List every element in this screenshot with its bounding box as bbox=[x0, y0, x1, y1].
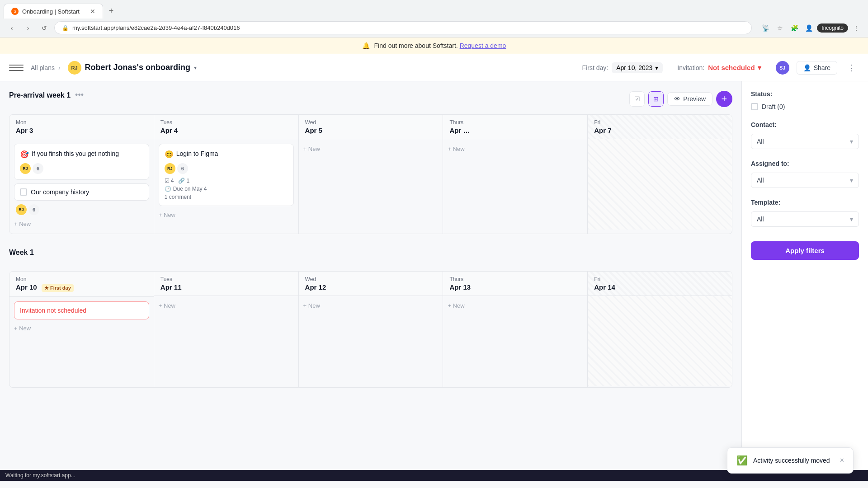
demo-link[interactable]: Request a demo bbox=[460, 42, 506, 49]
new-tab-btn[interactable]: + bbox=[105, 5, 118, 18]
section-title-2: Week 1 bbox=[9, 249, 34, 257]
back-btn[interactable]: ‹ bbox=[5, 22, 18, 34]
incognito-indicator: Incognito bbox=[817, 23, 848, 33]
cal-col-header-wed-apr12: Wed Apr 12 bbox=[299, 272, 443, 296]
preview-label: Preview bbox=[683, 95, 706, 103]
check-view-btn[interactable]: ☑ bbox=[629, 91, 645, 107]
filter-template-value: All bbox=[757, 216, 764, 223]
card-avatars: RJ 6 bbox=[20, 163, 143, 174]
cal-col-thurs-apr6: Thurs Apr … + New bbox=[443, 115, 588, 234]
filter-btn[interactable]: ⊞ bbox=[648, 91, 664, 107]
forward-btn[interactable]: › bbox=[22, 22, 34, 34]
toast-close-btn[interactable]: × bbox=[840, 456, 844, 465]
col-date-apr13: Apr 13 bbox=[449, 283, 581, 291]
add-item-btn[interactable]: + bbox=[716, 91, 732, 107]
cal-col-header-mon-apr10: Mon Apr 10 ★ First day bbox=[9, 272, 154, 297]
share-button[interactable]: 👤 Share bbox=[797, 61, 837, 75]
all-plans-link[interactable]: All plans bbox=[31, 64, 55, 71]
cal-col-header-fri-apr7: Fri Apr 7 bbox=[588, 115, 732, 139]
section-pre-arrival: Pre-arrival week 1 ••• ☑ ⊞ 👁 Preview + bbox=[9, 90, 732, 107]
filter-contact-select[interactable]: All ▾ bbox=[751, 134, 859, 149]
more-options-btn[interactable]: ⋮ bbox=[844, 61, 859, 75]
new-item-wed-apr5[interactable]: + New bbox=[303, 144, 439, 154]
menu-btn[interactable]: ⋮ bbox=[850, 22, 863, 34]
app-header: All plans › RJ Robert Jonas's onboarding… bbox=[0, 54, 868, 81]
filter-template-select[interactable]: All ▾ bbox=[751, 211, 859, 227]
cal-col-header-wed-apr5: Wed Apr 5 bbox=[299, 115, 443, 139]
tasks-count: 4 bbox=[171, 178, 174, 184]
filter-draft-checkbox[interactable] bbox=[751, 103, 758, 110]
card-login-figma[interactable]: 😊 Login to Figma RJ 6 ☑ 4 bbox=[159, 144, 294, 206]
toast-notification: ✅ Activity successfully moved × bbox=[727, 447, 854, 474]
cal-col-header-thurs-apr13: Thurs Apr 13 bbox=[443, 272, 587, 296]
filter-assigned-section: Assigned to: All ▾ bbox=[751, 160, 859, 188]
toast-success-icon: ✅ bbox=[736, 455, 748, 466]
status-text: Waiting for my.softstart.app... bbox=[5, 472, 75, 479]
plan-dropdown-icon[interactable]: ▾ bbox=[194, 65, 197, 71]
section-menu-1[interactable]: ••• bbox=[75, 90, 84, 100]
filter-draft-label: Draft (0) bbox=[762, 103, 785, 110]
extension-btn[interactable]: 🧩 bbox=[788, 22, 801, 34]
cast-btn[interactable]: 📡 bbox=[759, 22, 772, 34]
card-if-you-finish[interactable]: 🎯 If you finsh this you get nothing RJ 6 bbox=[14, 144, 149, 180]
preview-btn[interactable]: 👁 Preview bbox=[667, 92, 712, 106]
new-item-mon-apr10[interactable]: + New bbox=[14, 323, 149, 333]
invitation-not-scheduled-card[interactable]: Invitation not scheduled bbox=[14, 301, 149, 319]
active-tab[interactable]: S Onboarding | Softstart ✕ bbox=[4, 4, 103, 19]
calendar-grid-1: Mon Apr 3 🎯 If you finsh this you get no… bbox=[9, 114, 732, 234]
tab-favicon: S bbox=[11, 8, 19, 15]
cal-col-body-tues-apr11: + New bbox=[154, 296, 298, 386]
banner-emoji: 🔔 bbox=[362, 42, 370, 49]
checkbox[interactable] bbox=[20, 188, 27, 196]
tasks-icon: ☑ bbox=[165, 178, 170, 184]
invitation-area: Invitation: Not scheduled ▾ bbox=[677, 64, 761, 72]
info-banner: 🔔 Find out more about Softstart. Request… bbox=[0, 38, 868, 54]
profile-btn[interactable]: 👤 bbox=[802, 22, 815, 34]
new-item-tues-apr4[interactable]: + New bbox=[159, 210, 294, 220]
filter-assigned-select[interactable]: All ▾ bbox=[751, 173, 859, 188]
main-content: Pre-arrival week 1 ••• ☑ ⊞ 👁 Preview + M… bbox=[0, 81, 868, 470]
calendar-area: Pre-arrival week 1 ••• ☑ ⊞ 👁 Preview + M… bbox=[0, 81, 741, 470]
due-text: Due on May 4 bbox=[173, 186, 207, 192]
tab-close-btn[interactable]: ✕ bbox=[90, 8, 95, 15]
filter-template-label: Template: bbox=[751, 199, 859, 206]
card-figma-title: 😊 Login to Figma bbox=[165, 150, 288, 160]
col-day-wed2: Wed bbox=[305, 276, 437, 282]
filter-contact-value: All bbox=[757, 138, 764, 145]
new-item-thurs-apr6[interactable]: + New bbox=[448, 144, 583, 154]
bookmark-btn[interactable]: ☆ bbox=[774, 22, 786, 34]
col-day-mon2: Mon bbox=[16, 276, 147, 282]
card-company-history[interactable]: Our company history bbox=[14, 183, 149, 201]
banner-text: Find out more about Softstart. bbox=[374, 42, 458, 49]
card-emoji: 🎯 bbox=[20, 150, 29, 160]
new-item-wed-apr12[interactable]: + New bbox=[303, 300, 439, 311]
filter-status-section: Status: Draft (0) bbox=[751, 90, 859, 110]
invitation-picker[interactable]: Not scheduled ▾ bbox=[708, 64, 761, 72]
col-day-fri2: Fri bbox=[594, 276, 726, 282]
apply-filters-btn[interactable]: Apply filters bbox=[751, 241, 859, 260]
company-card-count: 6 bbox=[28, 204, 39, 215]
company-card-avatars: RJ 6 bbox=[14, 204, 149, 219]
cal-col-fri-apr7: Fri Apr 7 bbox=[588, 115, 732, 234]
figma-card-avatars: RJ 6 bbox=[165, 163, 288, 174]
col-day-thurs: Thurs bbox=[449, 119, 581, 126]
invitation-status: Not scheduled bbox=[708, 64, 755, 71]
links-meta: 🔗 1 bbox=[178, 178, 189, 184]
new-item-thurs-apr13[interactable]: + New bbox=[448, 300, 583, 311]
browser-chrome: S Onboarding | Softstart ✕ + ‹ › ↺ 🔒 my.… bbox=[0, 0, 868, 38]
col-date-apr14: Apr 14 bbox=[594, 283, 726, 291]
new-item-tues-apr11[interactable]: + New bbox=[159, 300, 294, 311]
refresh-btn[interactable]: ↺ bbox=[38, 22, 51, 34]
invitation-label: Invitation: bbox=[677, 64, 704, 71]
card-avatar-rj: RJ bbox=[20, 163, 31, 174]
filter-draft-row[interactable]: Draft (0) bbox=[751, 103, 859, 110]
section-header-1: Pre-arrival week 1 ••• bbox=[9, 90, 84, 100]
cal-col-tues-apr11: Tues Apr 11 + New bbox=[154, 272, 299, 387]
first-day-picker[interactable]: Apr 10, 2023 ▾ bbox=[612, 62, 663, 73]
new-item-mon-apr3[interactable]: + New bbox=[14, 219, 149, 229]
hamburger-menu[interactable] bbox=[9, 61, 24, 75]
url-bar[interactable]: 🔒 my.softstart.app/plans/e82cae2a-2d39-4… bbox=[54, 21, 752, 34]
section-title-1: Pre-arrival week 1 bbox=[9, 91, 71, 99]
eye-icon: 👁 bbox=[674, 95, 680, 103]
cal-col-tues-apr4: Tues Apr 4 😊 Login to Figma RJ 6 bbox=[154, 115, 299, 234]
